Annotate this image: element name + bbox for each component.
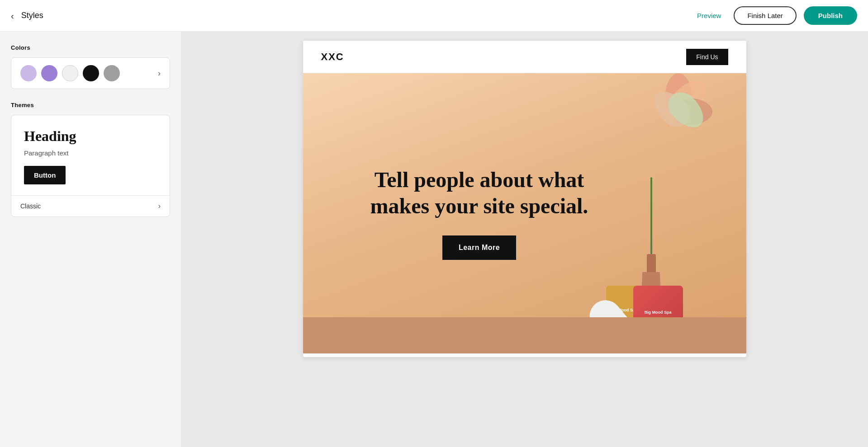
theme-button-preview[interactable]: Button xyxy=(24,166,66,184)
hero-headline: Tell people about what makes your site s… xyxy=(362,167,597,219)
theme-card: Heading Paragraph text Button Classic › xyxy=(11,115,170,217)
top-bar-left: ‹ Styles xyxy=(11,11,43,20)
swatches-chevron-icon[interactable]: › xyxy=(158,69,161,78)
hero-section: Big Mood Spa Big Mood Spa Tell people ab… xyxy=(303,73,746,353)
site-nav-button[interactable]: Find Us xyxy=(686,49,728,65)
hero-content: Tell people about what makes your site s… xyxy=(344,167,615,259)
theme-footer-chevron-icon: › xyxy=(158,202,161,210)
theme-paragraph-preview: Paragraph text xyxy=(24,149,157,157)
website-preview: XXC Find Us xyxy=(303,41,746,357)
hero-floor xyxy=(303,317,746,353)
swatch-gray[interactable] xyxy=(104,65,120,81)
publish-button[interactable]: Publish xyxy=(804,6,857,25)
hero-cta-button[interactable]: Learn More xyxy=(442,235,516,260)
sidebar: Colors › Themes Heading Paragraph text B… xyxy=(0,32,181,447)
main-layout: Colors › Themes Heading Paragraph text B… xyxy=(0,32,868,447)
color-swatches-card[interactable]: › xyxy=(11,57,170,89)
theme-card-inner: Heading Paragraph text Button xyxy=(11,115,170,195)
swatch-lavender[interactable] xyxy=(20,65,37,81)
top-bar-right: Preview Finish Later Publish xyxy=(692,6,857,25)
colors-section: Colors › xyxy=(11,44,170,89)
theme-name-label: Classic xyxy=(20,202,41,210)
site-logo: XXC xyxy=(321,51,344,63)
swatch-black[interactable] xyxy=(83,65,99,81)
swatch-purple[interactable] xyxy=(41,65,57,81)
colors-section-title: Colors xyxy=(11,44,170,51)
page-title: Styles xyxy=(21,11,43,20)
themes-section-title: Themes xyxy=(11,102,170,108)
back-arrow-icon[interactable]: ‹ xyxy=(11,11,14,20)
theme-card-footer[interactable]: Classic › xyxy=(11,195,170,216)
top-bar: ‹ Styles Preview Finish Later Publish xyxy=(0,0,868,32)
themes-section: Themes Heading Paragraph text Button Cla… xyxy=(11,102,170,217)
swatch-white[interactable] xyxy=(62,65,78,81)
theme-heading-preview: Heading xyxy=(24,128,157,145)
site-navbar: XXC Find Us xyxy=(303,41,746,73)
preview-area: XXC Find Us xyxy=(181,32,868,447)
preview-button[interactable]: Preview xyxy=(692,8,726,23)
finish-later-button[interactable]: Finish Later xyxy=(734,6,796,25)
